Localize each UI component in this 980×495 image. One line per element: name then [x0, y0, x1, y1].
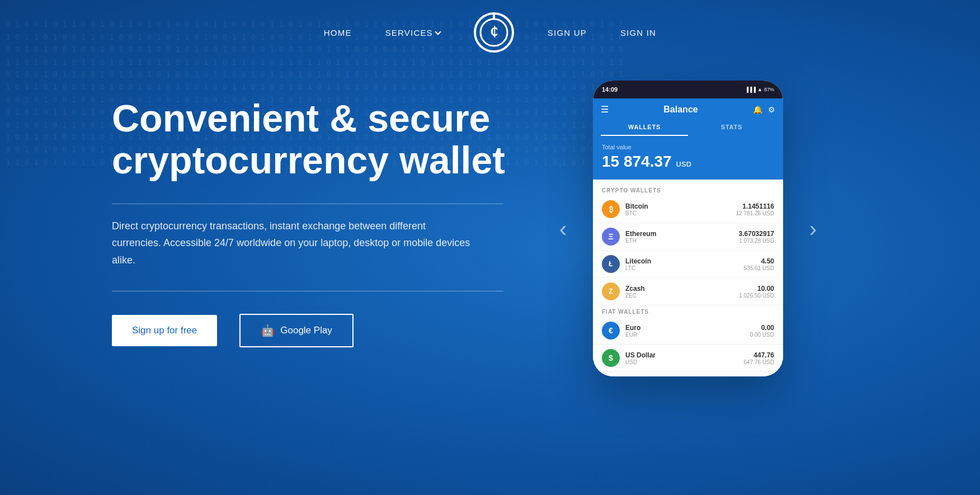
svg-text:₵: ₵ — [490, 25, 498, 39]
wallet-item-zec[interactable]: Z Zcash ZEC 10.00 1 026.50 USD — [593, 278, 783, 305]
divider-1 — [112, 204, 503, 204]
balance-card: Total value 15 874.37 USD — [593, 136, 783, 180]
phone-time: 14:09 — [602, 86, 618, 93]
wallet-item-eur[interactable]: € Euro EUR 0.00 0.00 USD — [593, 317, 783, 345]
google-play-button[interactable]: 🤖 Google Play — [239, 314, 354, 347]
zec-usd: 1 026.50 USD — [739, 293, 774, 299]
eur-amounts: 0.00 0.00 USD — [750, 324, 774, 338]
usd-info: US Dollar USD — [625, 351, 744, 365]
phone-status-icons: ▐▐▐ ▲ 87% — [745, 87, 774, 92]
phone-status-bar: 14:09 ▐▐▐ ▲ 87% — [593, 81, 783, 98]
eur-icon: € — [602, 322, 620, 340]
settings-icon[interactable]: ⚙ — [768, 105, 775, 114]
btc-usd: 12 781.28 USD — [736, 210, 774, 216]
eth-amounts: 3.67032917 1 073.28 USD — [739, 230, 774, 244]
usd-icon: $ — [602, 349, 620, 367]
eur-amount: 0.00 — [750, 324, 774, 332]
eth-usd: 1 073.28 USD — [739, 238, 774, 244]
zec-ticker: ZEC — [625, 293, 739, 299]
app-header: ☰ Balance 🔔 ⚙ WALLETS STATS — [593, 98, 783, 136]
wallet-item-eth[interactable]: Ξ Ethereum ETH 3.67032917 1 073.28 USD — [593, 223, 783, 251]
fiat-section-label: FIAT WALLETS — [593, 305, 783, 317]
btc-info: Bitcoin BTC — [625, 202, 736, 216]
eth-info: Ethereum ETH — [625, 230, 739, 244]
usd-ticker: USD — [625, 359, 744, 365]
phone-notch — [668, 81, 708, 91]
nav-signin[interactable]: SIGN IN — [620, 28, 656, 37]
usd-amount: 447.76 — [744, 351, 774, 359]
zec-info: Zcash ZEC — [625, 285, 739, 299]
btc-amount: 1.1451116 — [736, 202, 774, 210]
crypto-section-label: CRYPTO WALLETS — [593, 184, 783, 196]
nav-signup[interactable]: SIGN UP — [548, 28, 587, 37]
wallet-item-usd[interactable]: $ US Dollar USD 447.76 647.76 USD — [593, 345, 783, 372]
balance-currency: USD — [676, 160, 691, 168]
ltc-usd: 535.61 USD — [744, 265, 774, 271]
btc-name: Bitcoin — [625, 202, 736, 210]
signal-icon: ▐▐▐ — [745, 87, 756, 92]
app-tabs: WALLETS STATS — [601, 119, 775, 136]
ltc-amount: 4.50 — [744, 257, 774, 265]
tab-wallets[interactable]: WALLETS — [601, 119, 688, 136]
eur-name: Euro — [625, 324, 750, 332]
ltc-info: Litecoin LTC — [625, 257, 744, 271]
nav-home[interactable]: HOME — [324, 28, 352, 37]
zec-icon: Z — [602, 282, 620, 300]
zec-amounts: 10.00 1 026.50 USD — [739, 285, 774, 299]
app-header-top: ☰ Balance 🔔 ⚙ — [601, 104, 775, 115]
balance-value: 15 874.37 — [602, 153, 672, 171]
navigation: HOME SERVICES ₵ SIGN UP SIGN IN — [0, 0, 980, 58]
eur-info: Euro EUR — [625, 324, 750, 338]
balance-amount: 15 874.37 USD — [602, 153, 774, 171]
services-chevron-icon — [435, 29, 441, 35]
usd-name: US Dollar — [625, 351, 744, 359]
hero-subtitle: Direct cryptocurrency transactions, inst… — [112, 218, 475, 269]
bell-icon[interactable]: 🔔 — [753, 105, 762, 114]
eur-ticker: EUR — [625, 332, 750, 338]
cta-buttons: Sign up for free 🤖 Google Play — [112, 314, 548, 347]
divider-2 — [112, 291, 503, 291]
usd-usd: 647.76 USD — [744, 359, 774, 365]
usd-amounts: 447.76 647.76 USD — [744, 351, 774, 365]
nav-services[interactable]: SERVICES — [385, 28, 440, 37]
eth-ticker: ETH — [625, 238, 739, 244]
carousel-next-button[interactable]: › — [809, 216, 817, 241]
carousel-prev-button[interactable]: ‹ — [559, 216, 567, 241]
logo[interactable]: ₵ — [474, 12, 514, 53]
btc-amounts: 1.1451116 12 781.28 USD — [736, 202, 774, 216]
ltc-ticker: LTC — [625, 265, 744, 271]
app-header-actions: 🔔 ⚙ — [753, 105, 775, 114]
btc-icon: ₿ — [602, 200, 620, 218]
wifi-icon: ▲ — [757, 87, 762, 92]
signup-button[interactable]: Sign up for free — [112, 315, 217, 346]
ltc-amounts: 4.50 535.61 USD — [744, 257, 774, 271]
btc-ticker: BTC — [625, 210, 736, 216]
hero-content: Convenient & secure cryptocurrency walle… — [112, 86, 548, 347]
battery-text: 87% — [764, 87, 774, 92]
tab-stats[interactable]: STATS — [688, 119, 775, 136]
eth-icon: Ξ — [602, 228, 620, 246]
hero-headline: Convenient & secure cryptocurrency walle… — [112, 97, 548, 181]
zec-amount: 10.00 — [739, 285, 774, 293]
phone-mockup: 14:09 ▐▐▐ ▲ 87% ☰ Balance 🔔 ⚙ — [593, 81, 783, 376]
wallet-item-btc[interactable]: ₿ Bitcoin BTC 1.1451116 12 781.28 USD — [593, 196, 783, 223]
hamburger-icon[interactable]: ☰ — [601, 104, 609, 115]
app-header-title: Balance — [663, 105, 698, 115]
ltc-icon: Ł — [602, 255, 620, 273]
eur-usd: 0.00 USD — [750, 332, 774, 338]
android-icon: 🤖 — [261, 324, 275, 337]
wallet-item-ltc[interactable]: Ł Litecoin LTC 4.50 535.61 USD — [593, 251, 783, 278]
eth-name: Ethereum — [625, 230, 739, 238]
balance-label: Total value — [602, 144, 774, 150]
eth-amount: 3.67032917 — [739, 230, 774, 238]
zec-name: Zcash — [625, 285, 739, 293]
wallets-section: CRYPTO WALLETS ₿ Bitcoin BTC 1.1451116 1… — [593, 180, 783, 376]
ltc-name: Litecoin — [625, 257, 744, 265]
phone-section: ‹ › 14:09 ▐▐▐ ▲ 87% ☰ Balance 🔔 — [593, 81, 783, 376]
main-content: Convenient & secure cryptocurrency walle… — [0, 58, 980, 376]
